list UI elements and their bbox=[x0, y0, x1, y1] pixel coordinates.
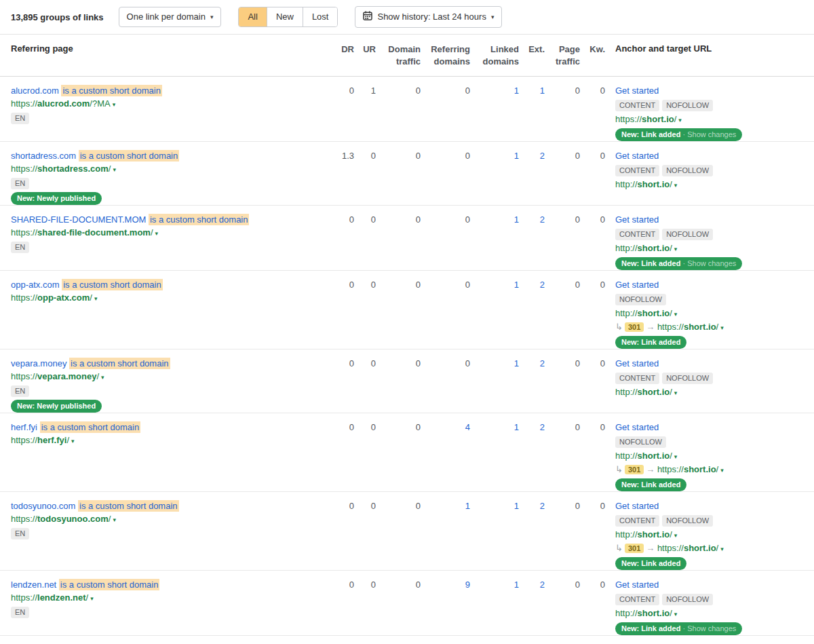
redirect-scheme: https:// bbox=[657, 543, 684, 553]
ext-value[interactable]: 2 bbox=[519, 279, 545, 291]
col-ur[interactable]: UR bbox=[354, 43, 376, 56]
content-badge: CONTENT bbox=[615, 229, 659, 240]
url-options-caret[interactable]: ▾ bbox=[71, 438, 75, 444]
linked-domains-value[interactable]: 1 bbox=[470, 358, 519, 370]
url-options-caret[interactable]: ▾ bbox=[113, 516, 116, 523]
linked-domains-value[interactable]: 1 bbox=[470, 85, 519, 97]
page-title-line: lendzen.net is a custom short domain bbox=[11, 579, 332, 591]
col-kw[interactable]: Kw. bbox=[580, 43, 605, 56]
url-options-caret[interactable]: ▾ bbox=[155, 230, 159, 237]
referring-page-link[interactable]: todosyunoo.com bbox=[11, 501, 75, 511]
ext-value[interactable]: 2 bbox=[519, 358, 545, 370]
target-options-caret[interactable]: ▾ bbox=[674, 453, 678, 460]
page-traffic-value: 0 bbox=[545, 500, 580, 512]
table-row: todosyunoo.com is a custom short domain … bbox=[0, 492, 814, 571]
show-changes-link[interactable]: · Show changes bbox=[680, 130, 736, 138]
kw-value: 0 bbox=[580, 500, 605, 512]
anchor-link[interactable]: Get started bbox=[615, 579, 659, 591]
page-traffic-value: 0 bbox=[545, 421, 580, 434]
col-domain-traffic[interactable]: Domain traffic bbox=[376, 43, 421, 68]
referring-page-link[interactable]: opp-atx.com bbox=[11, 280, 60, 290]
target-options-caret[interactable]: ▾ bbox=[674, 311, 678, 318]
table-header: Referring page DR UR Domain traffic Refe… bbox=[0, 35, 814, 77]
col-linked-domains[interactable]: Linked domains bbox=[470, 43, 519, 68]
target-domain: short.io bbox=[642, 114, 674, 124]
redirect-options-caret[interactable]: ▾ bbox=[720, 467, 724, 474]
linked-domains-value[interactable]: 1 bbox=[470, 579, 519, 591]
linked-domains-value[interactable]: 1 bbox=[470, 421, 519, 434]
anchor-cell: Get started CONTENTNOFOLLOW http://short… bbox=[605, 358, 803, 398]
target-options-caret[interactable]: ▾ bbox=[674, 246, 678, 252]
target-options-caret[interactable]: ▾ bbox=[674, 611, 678, 618]
target-url: http://short.io/▾ bbox=[615, 242, 803, 254]
target-domain: short.io bbox=[638, 608, 670, 618]
ext-value[interactable]: 1 bbox=[519, 85, 545, 97]
show-history-dropdown[interactable]: Show history: Last 24 hours ▾ bbox=[355, 6, 502, 28]
col-referring-page[interactable]: Referring page bbox=[11, 43, 332, 54]
col-referring-domains[interactable]: Referring domains bbox=[421, 43, 470, 68]
referring-page-cell: shortadress.com is a custom short domain… bbox=[11, 150, 332, 205]
ext-value[interactable]: 2 bbox=[519, 150, 545, 162]
col-anchor-target[interactable]: Anchor and target URL bbox=[605, 43, 803, 54]
anchor-link[interactable]: Get started bbox=[615, 85, 659, 97]
col-dr[interactable]: DR bbox=[332, 43, 354, 56]
referring-domains-value[interactable]: 1 bbox=[421, 500, 470, 512]
referring-page-link[interactable]: SHARED-FILE-DOCUMENT.MOM bbox=[11, 214, 146, 225]
domain-traffic-value: 0 bbox=[376, 85, 421, 97]
linked-domains-value[interactable]: 1 bbox=[470, 500, 519, 512]
url-options-caret[interactable]: ▾ bbox=[113, 166, 116, 173]
redirect-line: ↳301→ https://short.io/▾ bbox=[615, 542, 803, 554]
anchor-link[interactable]: Get started bbox=[615, 421, 659, 434]
target-domain: short.io bbox=[638, 179, 670, 189]
referring-page-link[interactable]: shortadress.com bbox=[11, 151, 76, 161]
url-path: / bbox=[96, 371, 99, 381]
anchor-link[interactable]: Get started bbox=[615, 214, 659, 226]
domain-traffic-value: 0 bbox=[376, 358, 421, 370]
ext-value[interactable]: 2 bbox=[519, 421, 545, 434]
anchor-link[interactable]: Get started bbox=[615, 279, 659, 291]
url-options-caret[interactable]: ▾ bbox=[113, 101, 116, 108]
url-options-caret[interactable]: ▾ bbox=[101, 374, 104, 381]
linked-domains-value[interactable]: 1 bbox=[470, 214, 519, 226]
anchor-link[interactable]: Get started bbox=[615, 500, 659, 512]
group-mode-dropdown[interactable]: One link per domain ▾ bbox=[119, 7, 222, 27]
url-options-caret[interactable]: ▾ bbox=[94, 295, 98, 302]
url-options-caret[interactable]: ▾ bbox=[90, 595, 94, 602]
toolbar: 13,895 groups of links One link per doma… bbox=[0, 0, 814, 35]
referring-domains-value[interactable]: 9 bbox=[421, 579, 470, 591]
segment-lost[interactable]: Lost bbox=[303, 7, 338, 26]
segment-new[interactable]: New bbox=[267, 7, 303, 26]
referring-page-link[interactable]: alucrod.com bbox=[11, 86, 59, 96]
col-ext[interactable]: Ext. bbox=[519, 43, 545, 56]
linked-domains-value[interactable]: 1 bbox=[470, 150, 519, 162]
change-badge-line: New: Link added bbox=[615, 335, 803, 349]
anchor-link[interactable]: Get started bbox=[615, 358, 659, 370]
redirect-options-caret[interactable]: ▾ bbox=[720, 546, 724, 552]
kw-value: 0 bbox=[580, 579, 605, 591]
target-options-caret[interactable]: ▾ bbox=[674, 532, 678, 539]
content-badge: CONTENT bbox=[615, 165, 659, 176]
ext-value[interactable]: 2 bbox=[519, 214, 545, 226]
page-title-highlight: is a custom short domain bbox=[59, 579, 160, 590]
ext-value[interactable]: 2 bbox=[519, 579, 545, 591]
show-changes-link[interactable]: · Show changes bbox=[680, 259, 736, 267]
target-options-caret[interactable]: ▾ bbox=[678, 117, 682, 124]
target-options-caret[interactable]: ▾ bbox=[674, 390, 678, 396]
referring-page-link[interactable]: vepara.money bbox=[11, 358, 66, 368]
change-badge: New: Link added bbox=[615, 478, 686, 491]
target-options-caret[interactable]: ▾ bbox=[674, 182, 678, 189]
segment-all[interactable]: All bbox=[239, 7, 266, 26]
row-status-line: New: Newly published bbox=[11, 399, 332, 413]
redirect-options-caret[interactable]: ▾ bbox=[720, 324, 724, 331]
referring-page-link[interactable]: herf.fyi bbox=[11, 422, 37, 432]
show-changes-link[interactable]: · Show changes bbox=[680, 624, 736, 632]
anchor-link[interactable]: Get started bbox=[615, 150, 659, 162]
page-title-highlight: is a custom short domain bbox=[79, 150, 180, 162]
target-scheme: http:// bbox=[615, 179, 638, 189]
ext-value[interactable]: 2 bbox=[519, 500, 545, 512]
referring-domains-value[interactable]: 4 bbox=[421, 421, 470, 434]
anchor-cell: Get started CONTENTNOFOLLOW http://short… bbox=[605, 500, 803, 570]
referring-page-link[interactable]: lendzen.net bbox=[11, 580, 56, 590]
col-page-traffic[interactable]: Page traffic bbox=[545, 43, 580, 68]
linked-domains-value[interactable]: 1 bbox=[470, 279, 519, 291]
